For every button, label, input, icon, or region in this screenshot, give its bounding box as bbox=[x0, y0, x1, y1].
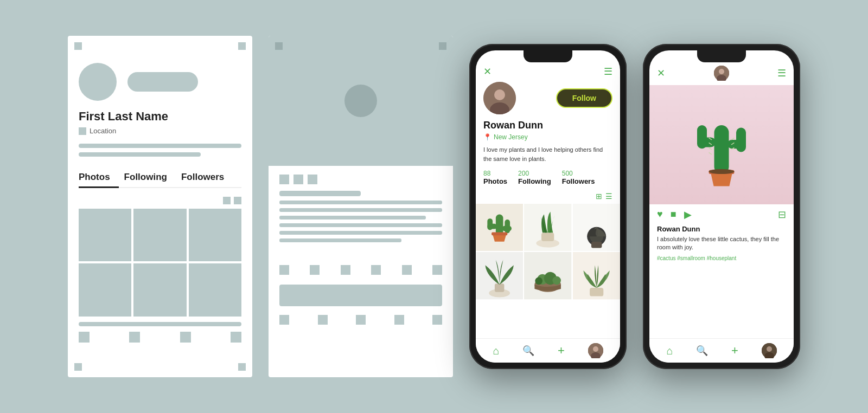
p2-hero-image bbox=[649, 85, 794, 204]
wf-bio-line-2 bbox=[79, 152, 201, 157]
p2-share-icon[interactable]: ▶ bbox=[684, 209, 692, 221]
wf-follow-button[interactable] bbox=[127, 72, 198, 92]
p2-menu-icon[interactable]: ☰ bbox=[777, 67, 786, 79]
wf2-text-6 bbox=[279, 238, 401, 242]
p2-like-icon[interactable]: ♥ bbox=[657, 209, 663, 221]
wf-bottom-line bbox=[79, 322, 241, 326]
wf-photo-6[interactable] bbox=[189, 263, 241, 316]
p1-list-view-icon[interactable]: ☰ bbox=[605, 192, 612, 201]
p2-nav-add-icon[interactable]: + bbox=[731, 344, 738, 358]
p1-photos-label: Photos bbox=[483, 177, 507, 185]
svg-line-43 bbox=[731, 138, 734, 140]
phone-1: ✕ ☰ Follow Rowan Dunn 📍 New Jersey I lov… bbox=[469, 44, 627, 369]
wf2-footer-icon-3[interactable] bbox=[356, 315, 366, 325]
svg-point-29 bbox=[593, 346, 598, 352]
wf-list-view-icon[interactable] bbox=[234, 197, 241, 204]
phone-2: ✕ ☰ bbox=[643, 44, 800, 369]
p2-top-avatar[interactable] bbox=[714, 66, 729, 81]
corner-br bbox=[238, 363, 246, 371]
svg-line-42 bbox=[709, 152, 712, 154]
wf2-corner-tr bbox=[439, 42, 446, 50]
p2-comment-icon[interactable]: ■ bbox=[671, 209, 676, 221]
wf2-nav-2[interactable] bbox=[310, 265, 320, 275]
corner-tl bbox=[74, 42, 82, 50]
p1-stat-photos: 88 Photos bbox=[483, 170, 507, 185]
p1-grid-view-icon[interactable]: ⊞ bbox=[596, 192, 602, 201]
wf2-footer-icon-1[interactable] bbox=[279, 315, 289, 325]
wf2-footer-icon-4[interactable] bbox=[394, 315, 404, 325]
p1-photos-count: 88 bbox=[483, 170, 507, 177]
p1-stats: 88 Photos 200 Following 500 Followers bbox=[476, 170, 620, 192]
svg-rect-12 bbox=[541, 233, 554, 241]
phone-2-screen: ✕ ☰ bbox=[649, 50, 794, 363]
wf2-icon-1 bbox=[279, 175, 289, 184]
wf-photo-4[interactable] bbox=[79, 263, 131, 316]
p1-photo-grid bbox=[476, 204, 620, 300]
svg-rect-9 bbox=[492, 232, 507, 235]
p1-menu-icon[interactable]: ☰ bbox=[604, 66, 612, 78]
p1-nav-home-icon[interactable]: ⌂ bbox=[493, 345, 499, 357]
p1-location: 📍 New Jersey bbox=[476, 133, 620, 145]
p1-avatar[interactable] bbox=[483, 82, 516, 114]
wf2-text-block bbox=[279, 191, 442, 242]
wf-tab-following[interactable]: Following bbox=[124, 167, 176, 187]
wf-photo-1[interactable] bbox=[79, 209, 131, 261]
p1-nav-add-icon[interactable]: + bbox=[558, 344, 565, 358]
wf-tabs: Photos Following Followers bbox=[79, 167, 241, 188]
wf2-top-avatar bbox=[344, 85, 377, 117]
p2-nav-home-icon[interactable]: ⌂ bbox=[666, 345, 673, 357]
svg-rect-6 bbox=[487, 218, 493, 230]
location-icon bbox=[79, 127, 86, 135]
wf-bio-lines bbox=[79, 144, 241, 157]
wf2-bottom-bar bbox=[269, 260, 453, 280]
p1-followers-label: Followers bbox=[562, 177, 595, 185]
svg-rect-27 bbox=[590, 288, 603, 296]
p1-photo-2[interactable] bbox=[524, 204, 571, 251]
wf-photo-2[interactable] bbox=[133, 209, 186, 261]
p1-following-label: Following bbox=[518, 177, 551, 185]
wf2-nav-1[interactable] bbox=[279, 265, 289, 275]
p1-photo-3[interactable] bbox=[573, 204, 620, 251]
wf2-nav-5[interactable] bbox=[402, 265, 412, 275]
p1-profile-name: Rowan Dunn bbox=[476, 120, 620, 133]
p2-nav-search-icon[interactable]: 🔍 bbox=[696, 345, 708, 357]
p1-follow-button[interactable]: Follow bbox=[556, 88, 612, 108]
wf2-footer-icon-5[interactable] bbox=[432, 315, 442, 325]
wf-photo-5[interactable] bbox=[133, 263, 186, 316]
p2-bottom-nav: ⌂ 🔍 + bbox=[649, 338, 794, 363]
p1-location-icon: 📍 bbox=[483, 133, 492, 141]
p1-nav-search-icon[interactable]: 🔍 bbox=[522, 345, 534, 357]
phone-1-notch bbox=[524, 50, 572, 62]
wf2-icon-row bbox=[279, 175, 442, 184]
p2-cactus-illustration bbox=[689, 96, 754, 193]
p2-nav-avatar[interactable] bbox=[762, 343, 777, 358]
svg-point-32 bbox=[719, 69, 724, 74]
p1-nav-avatar[interactable] bbox=[588, 343, 603, 358]
wf-nav-profile[interactable] bbox=[231, 332, 241, 343]
p1-photo-1[interactable] bbox=[476, 204, 523, 251]
wf-nav-home[interactable] bbox=[79, 332, 90, 343]
svg-point-49 bbox=[767, 346, 772, 352]
wf2-nav-6[interactable] bbox=[432, 265, 442, 275]
p1-photo-4[interactable] bbox=[476, 252, 523, 299]
wf-nav-search[interactable] bbox=[129, 332, 140, 343]
wf-photo-grid bbox=[79, 209, 241, 317]
p1-photo-5[interactable] bbox=[524, 252, 571, 299]
wf-grid-controls bbox=[79, 197, 241, 204]
p1-following-count: 200 bbox=[518, 170, 551, 177]
wf-nav-add[interactable] bbox=[180, 332, 191, 343]
wf-tab-photos[interactable]: Photos bbox=[79, 167, 119, 187]
wf-grid-view-icon[interactable] bbox=[223, 197, 231, 204]
wf2-nav-3[interactable] bbox=[341, 265, 350, 275]
p2-close-icon[interactable]: ✕ bbox=[657, 67, 665, 79]
wf-photo-3[interactable] bbox=[189, 209, 241, 261]
wf2-text-1 bbox=[279, 201, 442, 204]
p1-close-icon[interactable]: ✕ bbox=[483, 66, 492, 78]
wf-tab-followers[interactable]: Followers bbox=[181, 167, 233, 187]
p2-bookmark-icon[interactable]: ⊟ bbox=[778, 209, 786, 221]
svg-line-41 bbox=[709, 147, 712, 150]
wf2-nav-4[interactable] bbox=[371, 265, 381, 275]
wf2-footer-icon-2[interactable] bbox=[318, 315, 328, 325]
wireframe-1: First Last Name Location Photos Followin… bbox=[68, 36, 252, 377]
p1-photo-6[interactable] bbox=[573, 252, 620, 299]
